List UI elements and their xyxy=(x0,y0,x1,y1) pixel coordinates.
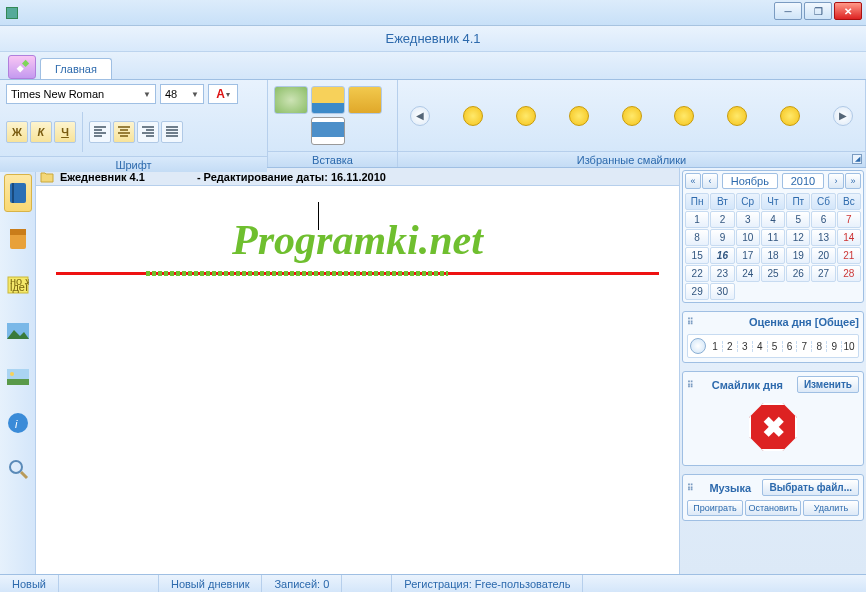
sidebar-sticky-button[interactable]: но жеідеї! xyxy=(4,266,32,304)
cal-day-cell xyxy=(761,283,785,300)
cal-day-cell[interactable]: 8 xyxy=(685,229,709,246)
font-family-select[interactable]: Times New Roman ▼ xyxy=(6,84,156,104)
font-color-button[interactable]: A ▾ xyxy=(208,84,238,104)
cal-day-cell[interactable]: 22 xyxy=(685,265,709,282)
cal-day-cell[interactable]: 24 xyxy=(736,265,760,282)
svg-point-12 xyxy=(8,413,28,433)
cal-month-label[interactable]: Ноябрь xyxy=(722,173,778,189)
cal-day-cell[interactable]: 13 xyxy=(811,229,835,246)
cal-day-cell[interactable]: 26 xyxy=(786,265,810,282)
smiley-6[interactable] xyxy=(727,106,747,126)
music-play-button[interactable]: Проиграть xyxy=(687,500,743,516)
align-right-button[interactable] xyxy=(137,121,159,143)
rating-tick: 10 xyxy=(841,341,856,352)
cal-day-cell[interactable]: 29 xyxy=(685,283,709,300)
align-left-button[interactable] xyxy=(89,121,111,143)
cal-day-cell[interactable]: 17 xyxy=(736,247,760,264)
cal-day-cell[interactable]: 5 xyxy=(786,211,810,228)
cal-day-cell[interactable]: 3 xyxy=(736,211,760,228)
bold-button[interactable]: Ж xyxy=(6,121,28,143)
cal-day-cell[interactable]: 6 xyxy=(811,211,835,228)
status-mode: Новый xyxy=(0,575,59,592)
cal-day-header: Сб xyxy=(811,193,835,210)
minimize-button[interactable]: ─ xyxy=(774,2,802,20)
photo-icon xyxy=(6,322,30,340)
day-smiley-change-button[interactable]: Изменить xyxy=(797,376,859,393)
rating-tick: 2 xyxy=(722,341,737,352)
cal-day-cell[interactable]: 27 xyxy=(811,265,835,282)
smileys-prev-button[interactable]: ◀ xyxy=(410,106,430,126)
cal-day-cell[interactable]: 14 xyxy=(837,229,861,246)
rating-slider[interactable]: 12345678910 xyxy=(687,334,859,358)
sidebar-notes-button[interactable] xyxy=(4,220,32,258)
rating-tick: 4 xyxy=(752,341,767,352)
book-icon xyxy=(8,181,28,205)
cal-day-cell xyxy=(811,283,835,300)
music-stop-button[interactable]: Остановить xyxy=(745,500,801,516)
cal-day-cell[interactable]: 1 xyxy=(685,211,709,228)
insert-globe-button[interactable] xyxy=(274,86,308,114)
sidebar-diary-button[interactable] xyxy=(4,174,32,212)
insert-beach-button[interactable] xyxy=(311,86,345,114)
cal-day-cell[interactable]: 23 xyxy=(710,265,734,282)
smiley-1[interactable] xyxy=(463,106,483,126)
close-button[interactable]: ✕ xyxy=(834,2,862,20)
cal-day-cell[interactable]: 7 xyxy=(837,211,861,228)
rating-tick: 1 xyxy=(708,341,722,352)
cal-day-cell[interactable]: 2 xyxy=(710,211,734,228)
no-smiley-icon: ✖ xyxy=(749,403,797,451)
tab-main[interactable]: Главная xyxy=(40,58,112,79)
cal-next-month[interactable]: › xyxy=(828,173,844,189)
sidebar-landscape-button[interactable] xyxy=(4,358,32,396)
cal-day-cell[interactable]: 20 xyxy=(811,247,835,264)
rating-tick: 6 xyxy=(782,341,797,352)
maximize-button[interactable]: ❐ xyxy=(804,2,832,20)
cal-day-cell[interactable]: 10 xyxy=(736,229,760,246)
sidebar-info-button[interactable]: i xyxy=(4,404,32,442)
smileys-dialog-launcher[interactable]: ◢ xyxy=(852,154,862,164)
cal-day-cell[interactable]: 18 xyxy=(761,247,785,264)
smiley-2[interactable] xyxy=(516,106,536,126)
editor-area: Ежедневник 4.1 - Редактирование даты: 16… xyxy=(36,168,680,574)
cal-day-cell[interactable]: 21 xyxy=(837,247,861,264)
cal-next-year[interactable]: » xyxy=(845,173,861,189)
editor-watermark-text: Programki.net xyxy=(56,216,659,264)
cal-day-cell[interactable]: 11 xyxy=(761,229,785,246)
cal-day-cell[interactable]: 15 xyxy=(685,247,709,264)
insert-sunglasses-button[interactable] xyxy=(348,86,382,114)
smiley-5[interactable] xyxy=(674,106,694,126)
cal-day-cell xyxy=(736,283,760,300)
cal-day-cell[interactable]: 28 xyxy=(837,265,861,282)
cal-day-cell[interactable]: 12 xyxy=(786,229,810,246)
insert-polaroid-button[interactable] xyxy=(311,117,345,145)
align-center-button[interactable] xyxy=(113,121,135,143)
cal-prev-month[interactable]: ‹ xyxy=(702,173,718,189)
music-choose-button[interactable]: Выбрать файл... xyxy=(762,479,859,496)
info-icon: i xyxy=(7,412,29,434)
sidebar-search-button[interactable] xyxy=(4,450,32,488)
font-size-select[interactable]: 48 ▼ xyxy=(160,84,204,104)
music-title: Музыка xyxy=(709,482,751,494)
rating-knob[interactable] xyxy=(690,338,706,354)
cal-day-cell[interactable]: 25 xyxy=(761,265,785,282)
sidebar-photo-button[interactable] xyxy=(4,312,32,350)
smileys-next-button[interactable]: ▶ xyxy=(833,106,853,126)
smiley-7[interactable] xyxy=(780,106,800,126)
cal-day-cell[interactable]: 16 xyxy=(710,247,734,264)
svg-rect-10 xyxy=(7,379,29,385)
smiley-3[interactable] xyxy=(569,106,589,126)
smiley-4[interactable] xyxy=(622,106,642,126)
cal-prev-year[interactable]: « xyxy=(685,173,701,189)
app-menu-button[interactable] xyxy=(8,55,36,79)
cal-day-header: Ср xyxy=(736,193,760,210)
italic-button[interactable]: К xyxy=(30,121,52,143)
editor-canvas[interactable]: Programki.net xyxy=(36,186,679,574)
align-justify-button[interactable] xyxy=(161,121,183,143)
cal-day-cell[interactable]: 9 xyxy=(710,229,734,246)
cal-day-cell[interactable]: 19 xyxy=(786,247,810,264)
cal-year-label[interactable]: 2010 xyxy=(782,173,824,189)
cal-day-cell[interactable]: 4 xyxy=(761,211,785,228)
music-delete-button[interactable]: Удалить xyxy=(803,500,859,516)
cal-day-cell[interactable]: 30 xyxy=(710,283,734,300)
underline-button[interactable]: Ч xyxy=(54,121,76,143)
